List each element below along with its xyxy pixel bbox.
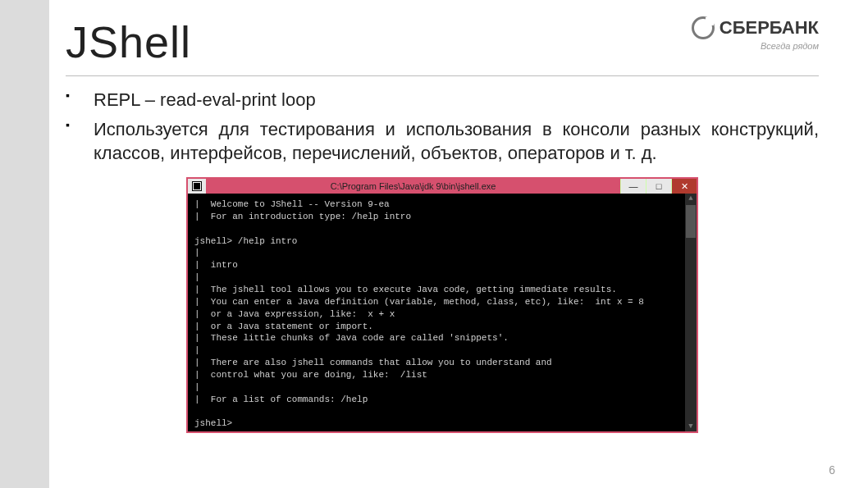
scroll-down-icon[interactable]: ▼ — [688, 422, 692, 431]
bullet-list: REPL – read-eval-print loop Используется… — [66, 88, 819, 166]
terminal-window: C:\Program Files\Java\jdk 9\bin\jshell.e… — [186, 177, 698, 433]
terminal-text: | Welcome to JShell -- Version 9-ea | Fo… — [194, 199, 644, 428]
slide: JShell СБЕРБАНК Всегда рядом REPL – read… — [0, 0, 868, 488]
logo-ring-icon — [692, 16, 715, 39]
scrollbar-thumb[interactable] — [686, 205, 696, 238]
brand-name: СБЕРБАНК — [720, 17, 819, 39]
header-rule — [66, 75, 819, 76]
slide-title: JShell — [66, 16, 191, 67]
terminal-title: C:\Program Files\Java\jdk 9\bin\jshell.e… — [206, 179, 620, 194]
terminal-titlebar: C:\Program Files\Java\jdk 9\bin\jshell.e… — [188, 179, 697, 194]
bullet-item: REPL – read-eval-print loop — [66, 88, 819, 112]
terminal-body: | Welcome to JShell -- Version 9-ea | Fo… — [188, 194, 697, 431]
page-number: 6 — [829, 463, 835, 477]
terminal-wrapper: C:\Program Files\Java\jdk 9\bin\jshell.e… — [66, 177, 819, 433]
header: JShell СБЕРБАНК Всегда рядом — [66, 16, 819, 72]
brand-logo-top: СБЕРБАНК — [692, 16, 819, 39]
brand-tagline: Всегда рядом — [692, 41, 819, 51]
bullet-item: Используется для тестирования и использо… — [66, 117, 819, 166]
brand-logo: СБЕРБАНК Всегда рядом — [692, 16, 819, 51]
scrollbar[interactable]: ▲▼ — [685, 194, 697, 431]
maximize-button[interactable]: □ — [646, 179, 671, 194]
minimize-button[interactable]: — — [620, 179, 646, 194]
scroll-up-icon[interactable]: ▲ — [688, 194, 692, 203]
close-button[interactable]: ✕ — [671, 179, 697, 194]
svg-rect-2 — [194, 183, 200, 189]
terminal-app-icon — [188, 179, 206, 194]
left-accent-bar — [0, 0, 49, 488]
